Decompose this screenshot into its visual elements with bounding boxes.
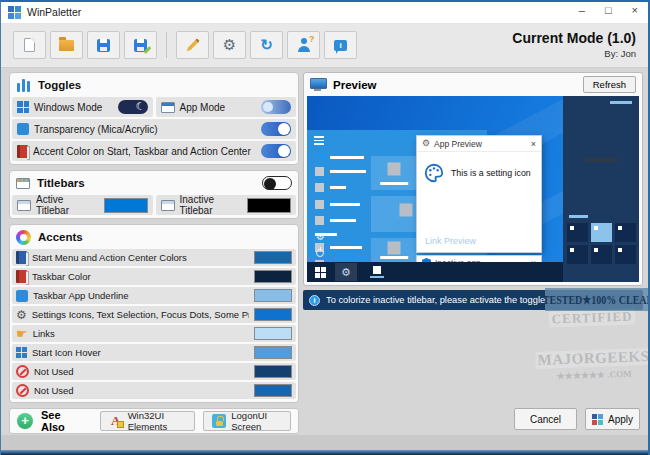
plus-icon [17, 413, 33, 429]
accent-label: Taskbar Color [32, 271, 249, 282]
refresh-preview-button[interactable]: Refresh [583, 76, 636, 93]
settings-button[interactable] [213, 31, 246, 59]
windows-mode-toggle[interactable] [118, 100, 148, 114]
info-icon [309, 295, 320, 306]
transparency-toggle[interactable] [261, 122, 291, 136]
taskbar-app-icon [370, 266, 384, 278]
active-titlebar-swatch[interactable] [104, 198, 148, 213]
preview-panel: Preview Refresh [303, 72, 643, 286]
link-preview-label: Link Preview [425, 236, 476, 246]
windows-logo-icon [16, 347, 27, 358]
win32ui-elements-button[interactable]: Win32UI Elements [100, 411, 196, 431]
user-question-icon [297, 38, 311, 52]
new-file-button[interactable] [13, 31, 46, 59]
apply-icon [592, 414, 603, 425]
monitor-icon [310, 78, 325, 91]
refresh-icon [260, 37, 273, 53]
color-swatch[interactable] [254, 327, 292, 340]
app-preview-title: App Preview [434, 139, 482, 149]
refresh-button[interactable] [250, 31, 283, 59]
desktop-preview: App Preview × This is a setting icon Lin… [307, 96, 639, 282]
taskbar-settings-icon [335, 263, 357, 281]
preview-header: Preview [333, 79, 376, 91]
info-bubble-icon [334, 40, 347, 51]
pencil-icon [185, 38, 200, 53]
mode-author: By: Jon [512, 48, 636, 59]
red-book-icon [16, 270, 27, 283]
inactive-window-icon [161, 200, 175, 211]
accent-surfaces-row: Accent Color on Start, Taskbar and Actio… [12, 141, 296, 161]
edit-button[interactable] [176, 31, 209, 59]
maximize-button[interactable]: □ [605, 4, 612, 16]
apply-label: Apply [608, 414, 633, 425]
window-titlebar: WinPaletter – □ × [1, 2, 648, 24]
accent-row-start-menu[interactable]: Start Menu and Action Center Colors [12, 249, 296, 266]
color-swatch[interactable] [254, 251, 292, 264]
accent-row-not-used-2[interactable]: Not Used [12, 382, 296, 399]
quick-action-tiles [567, 223, 636, 264]
active-window-icon [17, 200, 31, 211]
color-swatch[interactable] [254, 270, 292, 283]
expand-dash [569, 215, 588, 218]
accent-row-settings-icons[interactable]: Settings Icons, Text Selection, Focus Do… [12, 306, 296, 323]
letter-a-icon [109, 414, 123, 428]
accent-surfaces-label: Accent Color on Start, Taskbar and Actio… [33, 146, 251, 157]
sliders-icon [16, 78, 31, 92]
active-titlebar-label: Active Titlebar [36, 194, 99, 216]
inactive-titlebar-swatch[interactable] [247, 198, 291, 213]
winpaletter-window: WinPaletter – □ × Current Mode (1.0) By:… [0, 0, 650, 455]
power-icon [316, 249, 324, 257]
accent-row-taskbar-color[interactable]: Taskbar Color [12, 268, 296, 285]
color-swatch[interactable] [254, 308, 292, 321]
active-titlebar-row: Active Titlebar [12, 195, 153, 215]
cancel-button[interactable]: Cancel [514, 408, 577, 430]
accents-section: Accents Start Menu and Action Center Col… [9, 224, 299, 403]
save-icon [97, 39, 110, 52]
color-swatch[interactable] [254, 384, 292, 397]
titlebars-header: Titlebars [37, 177, 85, 189]
open-theme-button[interactable] [50, 31, 83, 59]
logonui-label: LogonUI Screen [231, 410, 282, 432]
transparency-row: Transparency (Mica/Acrylic) [12, 119, 296, 139]
close-button[interactable]: × [632, 4, 638, 16]
app-mode-row: App Mode [156, 97, 297, 117]
app-window-icon [161, 102, 175, 113]
apply-button[interactable]: Apply [585, 408, 640, 430]
action-center-preview [563, 96, 639, 282]
window-title: WinPaletter [27, 6, 81, 18]
titlebars-window-icon [16, 178, 30, 189]
not-allowed-icon [16, 384, 29, 397]
action-center-dash [610, 101, 632, 104]
app-mode-toggle[interactable] [261, 100, 291, 114]
watermark-banner: TESTED★100% CLEAN [545, 288, 650, 311]
color-swatch[interactable] [254, 365, 292, 378]
accent-surfaces-toggle[interactable] [261, 144, 291, 158]
titlebars-toggle[interactable] [262, 176, 292, 190]
save-theme-button[interactable] [87, 31, 120, 59]
watermark-stamp: CERTIFIED MAJORGEEKS ★★★★★★ .COM [534, 306, 650, 382]
minimize-button[interactable]: – [579, 4, 585, 16]
accent-label: Start Icon Hover [32, 347, 249, 358]
accent-row-links[interactable]: Links [12, 325, 296, 342]
see-also-label: See Also [41, 409, 78, 433]
help-user-button[interactable] [287, 31, 320, 59]
color-swatch[interactable] [254, 289, 292, 302]
window-bottom-border [1, 450, 648, 455]
watermark-stars: ★★★★★★ .COM [536, 368, 650, 382]
logonui-screen-button[interactable]: LogonUI Screen [203, 411, 291, 431]
red-book-icon [17, 145, 28, 158]
watermark-banner-text: TESTED★100% CLEAN [543, 292, 650, 308]
close-icon: × [531, 139, 536, 149]
transparency-icon [17, 123, 29, 135]
color-swatch[interactable] [254, 346, 292, 359]
gear-icon [422, 139, 430, 148]
transparency-label: Transparency (Mica/Acrylic) [34, 124, 158, 135]
accent-row-app-underline[interactable]: Taskbar App Underline [12, 287, 296, 304]
save-theme-as-button[interactable] [124, 31, 157, 59]
toolbar-separator [166, 32, 167, 58]
accent-row-start-icon-hover[interactable]: Start Icon Hover [12, 344, 296, 361]
accent-row-not-used-1[interactable]: Not Used [12, 363, 296, 380]
about-button[interactable] [324, 31, 357, 59]
cancel-label: Cancel [530, 414, 561, 425]
app-logo-icon [8, 6, 21, 19]
